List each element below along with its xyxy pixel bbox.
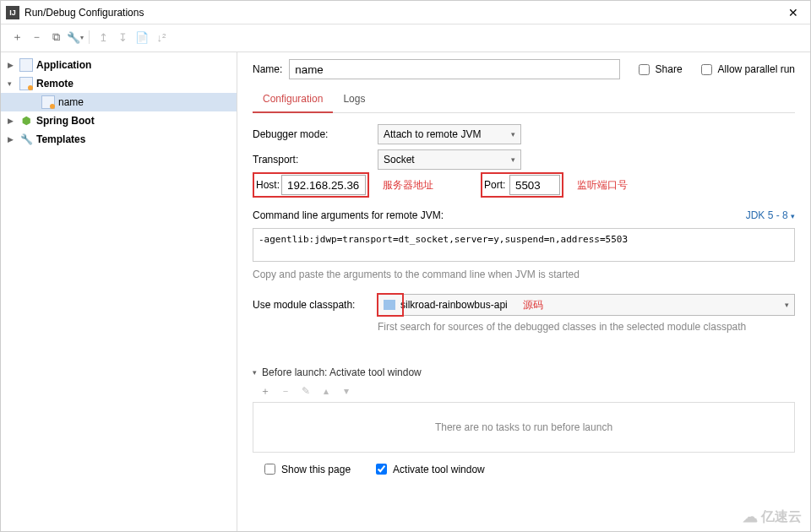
name-input[interactable] <box>289 59 619 79</box>
task-up-button: ▴ <box>318 383 334 399</box>
chevron-down-icon: ▾ <box>791 212 795 220</box>
chevron-down-icon: ▾ <box>253 368 257 377</box>
module-label: Use module classpath: <box>253 299 371 311</box>
activate-tool-window-checkbox[interactable]: Activate tool window <box>373 461 485 477</box>
share-checkbox[interactable]: Share <box>635 62 683 78</box>
chevron-down-icon: ▾ <box>785 301 789 309</box>
tree-label: Application <box>36 59 91 71</box>
close-button[interactable]: ✕ <box>776 1 810 24</box>
module-hint: First search for sources of the debugged… <box>253 318 795 345</box>
titlebar: IJ Run/Debug Configurations ✕ <box>1 1 810 24</box>
host-input[interactable] <box>281 175 366 195</box>
window-title: Run/Debug Configurations <box>24 7 776 19</box>
tree-label: name <box>58 96 84 108</box>
copy-config-button[interactable]: ⧉ <box>46 28 65 46</box>
chevron-right-icon: ▶ <box>8 61 19 69</box>
chevron-right-icon: ▶ <box>8 117 19 125</box>
transport-combo[interactable]: Socket▾ <box>378 149 521 170</box>
wrench-icon[interactable]: 🔧▾ <box>66 28 84 46</box>
tree-node-name[interactable]: name <box>1 93 237 111</box>
toolbar-separator <box>89 30 90 44</box>
cmdline-label: Command line arguments for remote JVM: <box>253 209 444 221</box>
tree-label: Templates <box>36 133 85 145</box>
tree-node-application[interactable]: ▶ Application <box>1 56 237 74</box>
move-down-button: ↧ <box>113 28 132 46</box>
module-classpath-combo[interactable]: silkroad-rainbowbus-api 源码 ▾ <box>378 294 795 316</box>
tree-node-templates[interactable]: ▶ 🔧 Templates <box>1 130 237 149</box>
port-label: Port: <box>484 179 509 191</box>
cmdline-textarea[interactable]: -agentlib:jdwp=transport=dt_socket,serve… <box>253 228 795 262</box>
application-icon <box>19 58 33 72</box>
transport-label: Transport: <box>253 154 371 166</box>
chevron-down-icon: ▾ <box>511 155 515 164</box>
watermark: ☁ 亿速云 <box>743 508 802 526</box>
tree-node-remote[interactable]: ▾ Remote <box>1 74 237 93</box>
tree-label: Spring Boot <box>36 115 95 127</box>
chevron-right-icon: ▶ <box>8 135 19 144</box>
remove-task-button: － <box>278 383 293 399</box>
debugger-mode-combo[interactable]: Attach to remote JVM▾ <box>378 124 521 144</box>
spring-icon: ⬢ <box>19 114 33 128</box>
cmdline-hint: Copy and paste the arguments to the comm… <box>253 262 795 292</box>
chevron-down-icon: ▾ <box>8 79 19 88</box>
config-tree: ▶ Application ▾ Remote name ▶ ⬢ Spring B… <box>1 52 237 531</box>
idea-icon: IJ <box>6 6 19 19</box>
port-annotation: 监听端口号 <box>577 178 628 193</box>
cloud-icon: ☁ <box>743 508 758 526</box>
module-icon <box>384 300 395 310</box>
sort-button: ↓² <box>152 28 171 46</box>
edit-task-button: ✎ <box>298 383 313 399</box>
before-launch-header[interactable]: ▾ Before launch: Activate tool window <box>253 361 795 383</box>
remote-icon <box>41 95 55 109</box>
chevron-down-icon: ▾ <box>511 130 515 138</box>
show-this-page-checkbox[interactable]: Show this page <box>261 461 351 477</box>
allow-parallel-checkbox[interactable]: Allow parallel run <box>698 62 795 78</box>
add-task-button[interactable]: ＋ <box>258 383 273 399</box>
jdk-dropdown[interactable]: JDK 5 - 8 ▾ <box>746 209 795 221</box>
tab-logs[interactable]: Logs <box>333 88 375 112</box>
tree-node-springboot[interactable]: ▶ ⬢ Spring Boot <box>1 111 237 130</box>
folder-button[interactable]: 📄 <box>133 28 151 46</box>
port-input[interactable] <box>509 175 560 195</box>
move-up-button: ↥ <box>94 28 112 46</box>
host-label: Host: <box>256 179 281 191</box>
tree-label: Remote <box>36 78 73 90</box>
debugger-mode-label: Debugger mode: <box>253 128 371 140</box>
remote-icon <box>19 77 33 90</box>
task-down-button: ▾ <box>339 383 354 399</box>
config-toolbar: ＋ － ⧉ 🔧▾ ↥ ↧ 📄 ↓² <box>1 24 810 52</box>
name-label: Name: <box>253 63 282 75</box>
add-config-button[interactable]: ＋ <box>8 28 26 46</box>
gear-icon: 🔧 <box>19 133 33 146</box>
module-annotation: 源码 <box>523 298 543 312</box>
host-annotation: 服务器地址 <box>383 178 433 193</box>
remove-config-button[interactable]: － <box>27 28 46 46</box>
tab-configuration[interactable]: Configuration <box>253 88 333 113</box>
tasks-list: There are no tasks to run before launch <box>253 402 795 453</box>
